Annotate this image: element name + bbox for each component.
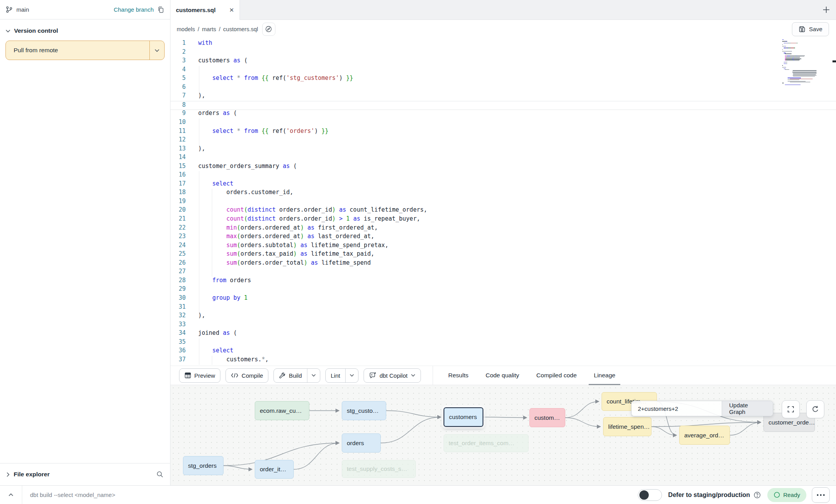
lineage-node-customers[interactable]: customers xyxy=(444,407,483,427)
code-text: sum(orders.order_total) as lifetime_spen… xyxy=(198,259,371,266)
save-button[interactable]: Save xyxy=(792,22,829,36)
compile-button[interactable]: Compile xyxy=(225,368,268,383)
lineage-node-lifetime_spend[interactable]: lifetime_spen… xyxy=(603,417,651,436)
ready-circle-icon xyxy=(774,492,780,498)
lineage-node-stg_customers[interactable]: stg_custo… xyxy=(342,401,386,420)
code-line[interactable]: 18 orders.customer_id, xyxy=(170,189,836,198)
lint-button[interactable]: Lint xyxy=(325,368,359,383)
code-line[interactable]: 25 sum(orders.tax_paid) as lifetime_tax_… xyxy=(170,250,836,259)
lineage-node-test_supply[interactable]: test_supply_costs_s… xyxy=(342,460,416,478)
code-line[interactable]: 24 sum(orders.subtotal) as lifetime_spen… xyxy=(170,242,836,251)
code-line[interactable]: 30 group by 1 xyxy=(170,294,836,303)
tab-results[interactable]: Results xyxy=(440,366,477,385)
pull-dropdown-toggle[interactable] xyxy=(149,41,164,60)
fullscreen-button[interactable] xyxy=(782,400,800,418)
code-line[interactable]: 13), xyxy=(170,145,836,154)
lineage-node-stg_orders[interactable]: stg_orders xyxy=(183,456,224,475)
code-line[interactable]: 16 xyxy=(170,171,836,180)
code-line[interactable]: 33 xyxy=(170,321,836,330)
code-line[interactable]: 20 count(distinct orders.order_id) as co… xyxy=(170,206,836,215)
code-line[interactable]: 31 xyxy=(170,303,836,312)
code-line[interactable]: 17 select xyxy=(170,180,836,189)
lineage-node-test_order_items[interactable]: test_order_items_com… xyxy=(444,434,529,452)
dbt-copilot-button[interactable]: dbt Copilot xyxy=(364,368,421,383)
tab-customers-sql[interactable]: customers.sql ✕ xyxy=(170,0,240,20)
breadcrumb-models[interactable]: models xyxy=(177,26,195,32)
line-number: 16 xyxy=(170,171,186,178)
line-number: 35 xyxy=(170,338,186,345)
help-icon[interactable] xyxy=(753,491,761,499)
update-graph-button[interactable]: Update Graph xyxy=(722,401,773,416)
code-line[interactable]: 5 select * from {{ ref('stg_customers') … xyxy=(170,74,836,83)
code-line[interactable]: 19 xyxy=(170,198,836,207)
code-line[interactable]: 37 customers.*, xyxy=(170,356,836,365)
code-line[interactable]: 32), xyxy=(170,312,836,321)
search-icon[interactable] xyxy=(156,470,164,478)
code-line[interactable]: 6 xyxy=(170,83,836,92)
code-line[interactable]: 9orders as ( xyxy=(170,110,836,118)
code-line[interactable]: 36 select xyxy=(170,347,836,356)
line-number: 22 xyxy=(170,224,186,231)
lineage-node-order_items[interactable]: order_it… xyxy=(255,460,294,479)
chevron-up-icon[interactable] xyxy=(0,493,22,497)
lineage-node-average_order[interactable]: average_ord… xyxy=(679,426,730,445)
build-button[interactable]: Build xyxy=(273,368,320,383)
code-editor[interactable]: 1with23customers as (45 select * from {{… xyxy=(170,38,836,366)
code-line[interactable]: 12 xyxy=(170,136,836,145)
compass-icon[interactable] xyxy=(262,23,275,36)
code-line[interactable]: 35 xyxy=(170,338,836,347)
copy-icon[interactable] xyxy=(157,6,165,13)
lineage-node-customers_summary[interactable]: custom… xyxy=(529,408,565,427)
code-line[interactable]: 22 min(orders.ordered_at) as first_order… xyxy=(170,224,836,233)
tab-lineage[interactable]: Lineage xyxy=(586,366,623,385)
version-control-section[interactable]: Version control xyxy=(0,19,170,40)
new-tab-button[interactable] xyxy=(816,0,836,19)
code-line[interactable]: 3customers as ( xyxy=(170,57,836,66)
lint-dropdown-toggle[interactable] xyxy=(346,369,358,382)
code-line[interactable]: 15customer_orders_summary as ( xyxy=(170,163,836,172)
defer-toggle[interactable] xyxy=(638,489,662,501)
build-dropdown-toggle[interactable] xyxy=(307,369,320,382)
code-line[interactable]: 7), xyxy=(170,92,836,101)
status-badge[interactable]: Ready xyxy=(767,488,806,502)
code-text: group by 1 xyxy=(198,294,247,301)
overflow-menu-button[interactable] xyxy=(812,487,830,503)
lineage-node-orders[interactable]: orders xyxy=(342,433,381,453)
code-line[interactable]: 1with xyxy=(170,39,836,48)
code-line[interactable]: 29 xyxy=(170,285,836,294)
lineage-node-label: stg_custo… xyxy=(347,407,379,414)
indent-guide xyxy=(199,338,199,347)
code-line[interactable]: 28 from orders xyxy=(170,277,836,286)
preview-button[interactable]: Preview xyxy=(179,368,220,383)
breadcrumb-marts[interactable]: marts xyxy=(202,26,216,32)
wrench-icon xyxy=(279,372,286,379)
change-branch-link[interactable]: Change branch xyxy=(114,6,154,13)
fullscreen-icon xyxy=(787,405,795,413)
breadcrumb: models / marts / customers.sql xyxy=(177,26,258,32)
code-line[interactable]: 14 xyxy=(170,154,836,163)
code-line[interactable]: 8 xyxy=(170,101,836,110)
refresh-button[interactable] xyxy=(806,400,824,418)
code-text: select xyxy=(198,180,233,187)
dbt-command-input[interactable] xyxy=(22,492,638,498)
code-line[interactable]: 10 xyxy=(170,118,836,127)
code-line[interactable]: 34joined as ( xyxy=(170,329,836,338)
code-line[interactable]: 27 xyxy=(170,268,836,277)
line-number: 3 xyxy=(170,57,186,64)
pull-from-remote-button[interactable]: Pull from remote xyxy=(5,41,165,60)
code-text: customers.*, xyxy=(198,356,269,363)
close-tab-icon[interactable]: ✕ xyxy=(229,7,234,13)
code-line[interactable]: 23 max(orders.ordered_at) as last_ordere… xyxy=(170,233,836,242)
tab-code-quality[interactable]: Code quality xyxy=(477,366,527,385)
lineage-graph[interactable]: ecom.raw_cu…stg_custo…stg_ordersorder_it… xyxy=(170,385,836,485)
file-explorer-section[interactable]: File explorer xyxy=(0,463,170,485)
code-line[interactable]: 4 xyxy=(170,66,836,75)
code-line[interactable]: 11 select * from {{ ref('orders') }} xyxy=(170,127,836,136)
line-number: 29 xyxy=(170,285,186,292)
code-line[interactable]: 21 count(distinct orders.order_id) > 1 a… xyxy=(170,215,836,224)
lineage-selector-input[interactable] xyxy=(632,401,722,416)
code-line[interactable]: 26 sum(orders.order_total) as lifetime_s… xyxy=(170,259,836,268)
code-line[interactable]: 2 xyxy=(170,48,836,57)
tab-compiled-code[interactable]: Compiled code xyxy=(528,366,585,385)
lineage-node-ecom[interactable]: ecom.raw_cu… xyxy=(255,401,309,420)
